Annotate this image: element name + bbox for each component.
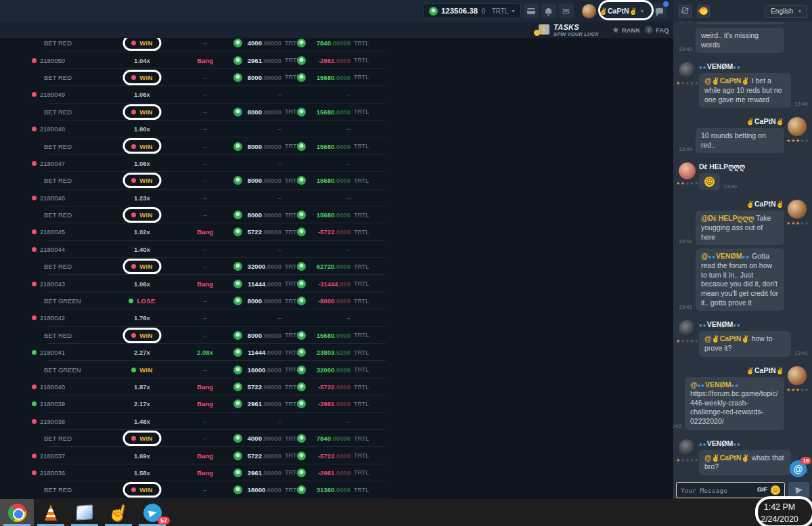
bet-type-label: BET RED — [44, 143, 72, 150]
user-stars: ★★★★★ — [676, 338, 699, 344]
round-id: 2180048 — [40, 125, 65, 133]
taskbar-app-chrome[interactable] — [0, 499, 34, 526]
round-id: 2180041 — [40, 349, 65, 356]
taskbar-app-pointer[interactable]: ☝ — [102, 499, 135, 526]
mention[interactable]: @✌CaPtN✌ — [704, 76, 750, 85]
user-menu[interactable]: ✌CaPtN✌ ▾ — [577, 1, 650, 21]
chat-username[interactable]: ✌CaPtN✌ — [679, 366, 784, 374]
tasks-widget[interactable]: TASKS SPIN YOUR LUCK — [554, 23, 599, 37]
bet-amount-cell: 11444.0000TRTL — [233, 275, 301, 292]
mention[interactable]: @●●VENØM●● — [701, 252, 750, 260]
profit-cell: 31360.0000TRTL — [297, 481, 370, 498]
mention[interactable]: @Dέ HELPღღღ — [701, 214, 754, 222]
taskbar-clock[interactable]: 1:42 PM 2/24/2020 — [750, 502, 809, 525]
avatar[interactable] — [788, 200, 807, 219]
bet-amount-cell: 2961.00000TRTL — [233, 51, 301, 68]
bet-type-label: BET RED — [44, 435, 72, 442]
bet-amount-cell: 8000.00000TRTL — [233, 137, 301, 154]
multiplier: 1.69x — [134, 452, 150, 460]
round-id: 2180049 — [40, 91, 65, 98]
profit-cell: -5722.0000TRTL — [297, 223, 370, 240]
timestamp: 13:41 — [794, 350, 808, 357]
gif-button[interactable]: GIF — [757, 486, 767, 493]
table-row: 21800381.48x––– — [24, 413, 386, 430]
chat-toggle-button[interactable] — [652, 3, 667, 18]
timestamp: 13:40 — [679, 46, 692, 53]
currency-coin-icon — [233, 366, 242, 374]
avatar[interactable] — [679, 62, 696, 79]
chat-message-input[interactable] — [676, 482, 785, 498]
bet-type-label: BET RED — [44, 108, 72, 116]
multiplier: 1.48x — [134, 418, 150, 425]
bet-type-label: BET RED — [44, 39, 72, 47]
user-stars: ★★★★★ — [676, 81, 699, 86]
timestamp: 13:42 — [673, 423, 681, 430]
faq-link[interactable]: ? FAQ — [645, 22, 669, 38]
mention[interactable]: @✌CaPtN✌ — [704, 334, 750, 343]
chat-message: 13:40weird.. it's missing words — [679, 28, 784, 53]
bet-amount-cell: 8000.00000TRTL — [233, 69, 301, 86]
round-id: 2180043 — [40, 280, 65, 288]
chat-message-group: ★★★★★✌CaPtN✌13:4010 rounds betting on re… — [679, 117, 808, 156]
send-button[interactable] — [788, 482, 809, 498]
avatar[interactable] — [788, 366, 807, 385]
profit-cell: 15680.0000TRTL — [297, 327, 370, 344]
chat-message-group: ★★★★★●●VENØM●●@✌CaPtN✌ whats that bro?13… — [679, 439, 808, 479]
taskbar-app-telegram[interactable]: 57 — [135, 499, 169, 526]
balance-dropdown[interactable]: 123506.380 TRTL ▾ — [423, 3, 521, 18]
dice-game-button[interactable]: ⚂ — [679, 5, 692, 18]
avatar[interactable] — [679, 320, 696, 337]
wallet-button[interactable] — [524, 3, 539, 18]
chat-username[interactable]: ●●VENØM●● — [699, 62, 808, 70]
bet-type-label: BET RED — [44, 332, 72, 339]
result-dot — [129, 299, 133, 303]
crash-game-button[interactable] — [697, 5, 710, 18]
chat-username[interactable]: Dέ HELPღღღ — [699, 162, 808, 171]
bet-amount-cell: – — [233, 309, 301, 326]
chat-username[interactable]: ●●VENØM●● — [699, 439, 808, 447]
crash-result: Bang — [197, 280, 213, 288]
currency-coin-icon — [233, 211, 242, 219]
round-dot — [32, 58, 37, 63]
mention[interactable]: @●●VENØM●● — [690, 380, 779, 390]
currency-coin-icon — [233, 399, 242, 408]
bet-amount-cell: 8000.00000TRTL — [233, 327, 301, 344]
table-row: 21800461.23x––– — [24, 190, 386, 206]
chat-username[interactable]: ✌CaPtN✌ — [679, 200, 784, 208]
avatar[interactable] — [788, 117, 807, 136]
mention[interactable]: @✌CaPtN✌ — [704, 454, 750, 462]
language-dropdown[interactable]: English ▾ — [765, 5, 807, 17]
gift-icon[interactable] — [539, 24, 549, 35]
avatar[interactable] — [679, 439, 696, 456]
mentions-button[interactable]: @ 18 — [790, 460, 807, 477]
bet-type-label: BET GREEN — [44, 366, 81, 374]
profit-cell: -8000.0000TRTL — [297, 292, 370, 309]
profit-cell: -2961.0000TRTL — [297, 464, 370, 481]
user-stars: ★★★★★ — [676, 181, 699, 186]
avatar[interactable] — [679, 162, 696, 179]
language-value: English — [771, 7, 793, 15]
round-dot — [32, 419, 37, 424]
table-row: BET REDWIN–8000.00000TRTL15680.0000TRTL — [24, 206, 386, 223]
user-stars: ★★★★★ — [786, 138, 809, 144]
chat-input-row: GIF — [676, 482, 809, 498]
emoji-button[interactable] — [771, 485, 780, 495]
chevron-down-icon: ▾ — [798, 8, 801, 14]
profit-cell: 15680.0000TRTL — [297, 172, 370, 189]
chat-username[interactable]: ✌CaPtN✌ — [679, 117, 784, 125]
chat-username[interactable]: ●●VENØM●● — [699, 320, 808, 328]
bet-amount-cell: 8000.00000TRTL — [233, 172, 301, 189]
notifications-button[interactable] — [541, 3, 556, 18]
round-id: 2180042 — [40, 314, 65, 322]
chat-message: 13:42@●●VENØM●●https://forum.bc.game/top… — [679, 377, 784, 430]
bet-type-label: BET RED — [44, 263, 72, 270]
fireball-icon — [698, 5, 709, 17]
currency-coin-icon — [297, 331, 306, 340]
taskbar-app-notepad[interactable] — [68, 499, 102, 526]
messages-button[interactable]: ✉ — [559, 3, 574, 18]
result-dot — [131, 264, 136, 269]
taskbar-app-vlc[interactable] — [34, 499, 68, 526]
screen: 123506.380 TRTL ▾ ✉ ✌CaPtN✌ ▾ TASKS SPIN… — [0, 0, 812, 526]
rank-link[interactable]: ★ RANK — [612, 22, 640, 38]
currency-coin-icon — [233, 280, 242, 288]
